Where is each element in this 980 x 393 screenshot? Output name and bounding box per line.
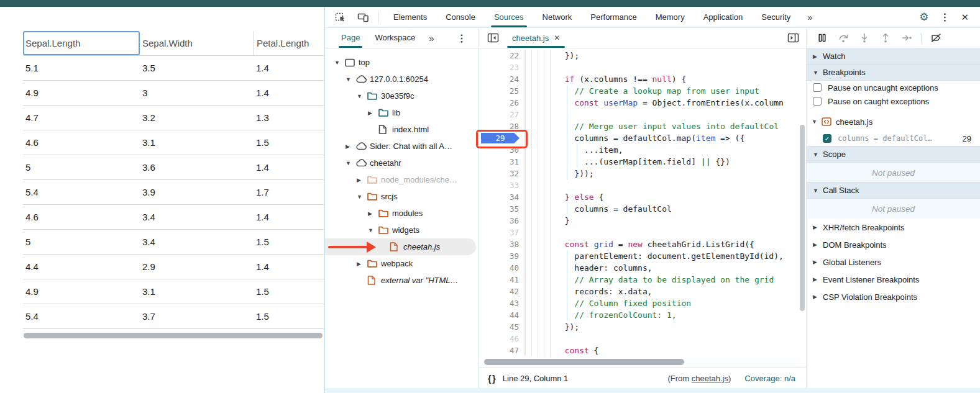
sidebar-section-csp-violation-breakpoints[interactable]: ▶CSP Violation Breakpoints (807, 288, 980, 305)
devtools-tab-security[interactable]: Security (752, 7, 800, 27)
close-devtools-icon[interactable]: ✕ (957, 12, 973, 23)
code-line[interactable]: 23 (479, 61, 806, 73)
breakpoint-file-group[interactable]: ▼cheetah.js (807, 113, 980, 130)
code-line[interactable]: 26 const userMap = Object.fromEntries(x.… (479, 97, 806, 109)
grid-cell[interactable]: 1.4 (254, 155, 324, 179)
line-number[interactable]: 45 (479, 321, 523, 333)
editor-vertical-scrollbar-thumb[interactable] (800, 125, 805, 311)
sidebar-section-xhr-fetch-breakpoints[interactable]: ▶XHR/fetch Breakpoints (807, 219, 980, 236)
step-out-icon[interactable] (879, 33, 892, 43)
grid-cell[interactable]: 3.5 (140, 56, 254, 80)
device-toolbar-icon[interactable] (356, 12, 370, 23)
tree-item-external-var-html-[interactable]: external var "HTML… (325, 272, 479, 289)
code-line[interactable]: 30 ...item, (479, 144, 806, 156)
tree-item-30e35f9c[interactable]: ▼30e35f9c (325, 88, 479, 104)
line-number[interactable]: 24 (479, 73, 523, 85)
code-line[interactable]: 33 (479, 179, 806, 191)
code-line[interactable]: 45 }); (479, 321, 806, 333)
grid-header-cell[interactable]: Petal.Length (254, 31, 324, 55)
line-number[interactable]: 42 (479, 286, 523, 297)
grid-cell[interactable]: 1.4 (254, 56, 324, 80)
grid-cell[interactable]: 1.4 (254, 81, 324, 105)
grid-scrollbar-thumb[interactable] (24, 333, 323, 338)
grid-horizontal-scrollbar[interactable] (23, 333, 324, 339)
devtools-tab-application[interactable]: Application (694, 7, 753, 27)
pause-exceptions-option[interactable]: Pause on caught exceptions (807, 94, 980, 108)
code-line[interactable]: 41 // Array data to be displayed on the … (479, 274, 806, 286)
tree-arrow-icon[interactable]: ▶ (357, 261, 367, 267)
breakpoint-gutter[interactable]: 29 (479, 132, 523, 144)
tree-arrow-icon[interactable]: ▼ (357, 93, 367, 99)
step-into-icon[interactable] (858, 33, 871, 43)
more-nav-tabs-button[interactable]: » (423, 33, 440, 43)
grid-cell[interactable]: 4.9 (23, 279, 140, 304)
tree-arrow-icon[interactable]: ▶ (368, 210, 378, 217)
line-number[interactable]: 26 (479, 97, 523, 109)
line-number[interactable]: 30 (479, 144, 523, 156)
tree-item-node-modules-che-[interactable]: ▶node_modules/che… (325, 171, 479, 188)
line-number[interactable]: 39 (479, 250, 523, 262)
tree-item-index-html[interactable]: index.html (325, 121, 479, 138)
devtools-tab-network[interactable]: Network (533, 7, 582, 27)
code-line[interactable]: 25 // Create a lookup map from user inpu… (479, 85, 806, 97)
tree-arrow-icon[interactable]: ▶ (368, 110, 378, 116)
section-arrow-icon[interactable]: ▶ (813, 53, 823, 60)
line-number[interactable]: 34 (479, 191, 523, 203)
tree-item-lib[interactable]: ▶lib (325, 104, 479, 121)
grid-cell[interactable]: 4.6 (23, 205, 140, 229)
code-line[interactable]: 28 // Merge user input values into defau… (479, 120, 806, 132)
sidebar-section-global-listeners[interactable]: ▶Global Listeners (807, 253, 980, 271)
nav-tab-page[interactable]: Page (334, 28, 367, 48)
tree-item-sider-chat-with-all-a-[interactable]: ▶Sider: Chat with all A… (325, 138, 479, 155)
section-arrow-icon[interactable]: ▶ (813, 242, 823, 248)
grid-cell[interactable]: 3.6 (140, 155, 254, 179)
code-line[interactable]: 47 const { (479, 345, 806, 356)
tree-arrow-icon[interactable]: ▼ (346, 160, 356, 166)
tree-arrow-icon[interactable]: ▶ (346, 143, 356, 150)
devtools-tab-performance[interactable]: Performance (581, 7, 646, 27)
deactivate-breakpoints-icon[interactable] (929, 33, 943, 43)
grid-cell[interactable]: 1.4 (254, 255, 324, 279)
code-line[interactable]: 46 (479, 333, 806, 345)
section-arrow-icon[interactable]: ▶ (813, 294, 823, 300)
line-number[interactable]: 32 (479, 168, 523, 179)
grid-cell[interactable]: 3.4 (140, 205, 254, 229)
grid-header-cell[interactable]: Sepal.Width (140, 31, 254, 55)
code-line[interactable]: 31 ...(userMap[item.field] || {}) (479, 156, 806, 168)
code-line[interactable]: 44 // frozenColCount: 1, (479, 309, 806, 321)
tree-item-cheetahr[interactable]: ▼cheetahr (325, 155, 479, 171)
grid-cell[interactable]: 1.7 (254, 180, 324, 204)
collapse-navigator-icon[interactable] (486, 32, 500, 43)
more-tabs-button[interactable]: » (800, 12, 820, 22)
tree-arrow-icon[interactable]: ▼ (346, 76, 356, 83)
close-tab-icon[interactable]: ✕ (554, 34, 560, 42)
code-line[interactable]: 40 header: columns, (479, 262, 806, 274)
coverage-link[interactable]: Coverage: n/a (744, 374, 795, 383)
tree-item-top[interactable]: ▼top (325, 54, 479, 71)
line-number[interactable]: 33 (479, 179, 523, 191)
code-line[interactable]: 42 records: x.data, (479, 286, 806, 297)
grid-cell[interactable]: 1.5 (254, 279, 324, 304)
grid-cell[interactable]: 1.3 (254, 106, 324, 130)
line-number[interactable]: 35 (479, 203, 523, 215)
line-number[interactable]: 41 (479, 274, 523, 286)
settings-gear-icon[interactable]: ⚙ (915, 11, 932, 24)
devtools-tab-elements[interactable]: Elements (384, 7, 436, 27)
source-file-link[interactable]: cheetah.js (692, 374, 728, 383)
line-number[interactable]: 38 (479, 238, 523, 250)
grid-cell[interactable]: 4.4 (23, 255, 140, 279)
line-number[interactable]: 31 (479, 156, 523, 168)
tree-item-cheetah-js[interactable]: cheetah.js (325, 238, 476, 255)
tree-arrow-icon[interactable]: ▼ (357, 194, 367, 200)
code-line[interactable]: 39 parentElement: document.getElementByI… (479, 250, 806, 262)
pause-exceptions-option[interactable]: Pause on uncaught exceptions (807, 81, 980, 94)
sidebar-section-breakpoints[interactable]: ▼Breakpoints (807, 64, 980, 81)
sidebar-section-call-stack[interactable]: ▼Call Stack (807, 182, 980, 199)
section-arrow-icon[interactable]: ▼ (813, 187, 823, 194)
code-editor[interactable]: 22 });2324 if (x.columns !== null) {25 /… (479, 50, 806, 358)
line-number[interactable]: 40 (479, 262, 523, 274)
line-number[interactable]: 44 (479, 309, 523, 321)
grid-cell[interactable]: 5.1 (23, 56, 140, 80)
checkbox[interactable] (813, 97, 822, 106)
grid-cell[interactable]: 3.7 (140, 304, 254, 328)
